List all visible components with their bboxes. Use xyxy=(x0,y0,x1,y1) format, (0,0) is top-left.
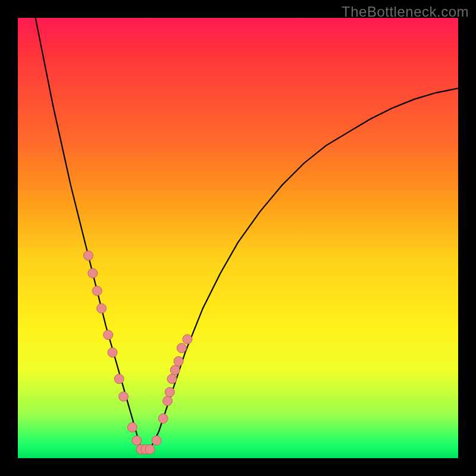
plot-area xyxy=(18,18,458,458)
marker-point xyxy=(132,436,142,445)
watermark-text: TheBottleneck.com xyxy=(342,4,469,20)
marker-point xyxy=(114,374,124,384)
marker-point xyxy=(97,303,107,313)
marker-point xyxy=(127,422,137,432)
marker-group xyxy=(83,251,192,455)
marker-point xyxy=(92,286,102,296)
marker-point xyxy=(183,334,192,344)
marker-point xyxy=(177,343,186,353)
marker-point xyxy=(163,396,173,406)
marker-point xyxy=(88,268,98,278)
marker-point xyxy=(165,387,174,397)
marker-point xyxy=(158,414,168,423)
marker-point xyxy=(104,330,113,340)
marker-point xyxy=(152,436,161,445)
marker-point xyxy=(170,365,180,375)
marker-point xyxy=(119,392,129,401)
chart-frame: TheBottleneck.com xyxy=(0,0,476,476)
marker-point xyxy=(167,374,177,384)
marker-point xyxy=(108,347,117,357)
marker-point xyxy=(83,251,93,261)
marker-point xyxy=(174,356,183,366)
bottleneck-curve xyxy=(36,18,458,449)
marker-point xyxy=(145,444,155,454)
chart-svg xyxy=(18,18,458,458)
